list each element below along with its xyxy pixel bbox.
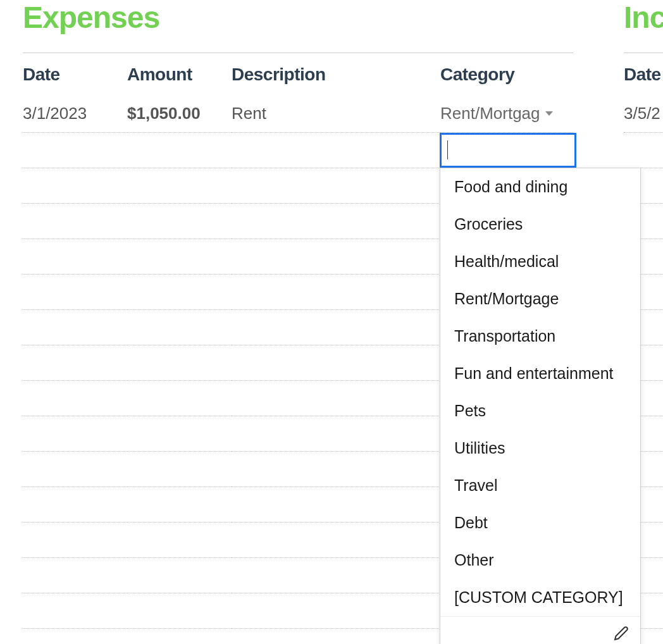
income-title: Inc [624, 0, 663, 35]
category-search-input[interactable] [440, 133, 576, 168]
table-row: 3/1/2023 $1,050.00 Rent Rent/Mortgag [23, 96, 573, 132]
expenses-header-description[interactable]: Description [232, 53, 440, 97]
category-option[interactable]: Travel [440, 467, 640, 504]
category-option[interactable]: Fun and entertainment [440, 355, 640, 392]
category-option[interactable]: Health/medical [440, 243, 640, 280]
category-options-list: Food and dining Groceries Health/medical… [440, 168, 641, 644]
category-option[interactable]: Food and dining [440, 168, 640, 206]
category-option[interactable]: Transportation [440, 318, 640, 355]
category-dropdown: Food and dining Groceries Health/medical… [440, 133, 641, 644]
category-option[interactable]: Groceries [440, 206, 640, 243]
table-row: 3/5/2 [624, 96, 663, 132]
category-option[interactable]: Debt [440, 504, 640, 542]
cell-date[interactable]: 3/1/2023 [23, 96, 127, 132]
expenses-title: Expenses [23, 0, 573, 35]
category-option[interactable]: Pets [440, 392, 640, 430]
cell-description[interactable]: Rent [232, 96, 440, 132]
cell-amount[interactable]: $1,050.00 [127, 96, 232, 132]
category-option[interactable]: Rent/Mortgage [440, 280, 640, 318]
expenses-header-date[interactable]: Date [23, 53, 127, 97]
cell-date[interactable]: 3/5/2 [624, 96, 663, 132]
category-value-text: Rent/Mortgag [440, 104, 540, 123]
text-cursor [447, 140, 448, 159]
category-option[interactable]: [CUSTOM CATEGORY] [440, 579, 640, 616]
expenses-header-category[interactable]: Category [440, 53, 573, 97]
chevron-down-icon [545, 111, 553, 116]
expenses-header-amount[interactable]: Amount [127, 53, 232, 97]
category-option[interactable]: Other [440, 542, 640, 579]
pencil-icon[interactable] [614, 626, 629, 641]
cell-category[interactable]: Rent/Mortgag [440, 96, 573, 132]
income-header-date[interactable]: Date [624, 53, 663, 97]
category-option[interactable]: Utilities [440, 430, 640, 467]
